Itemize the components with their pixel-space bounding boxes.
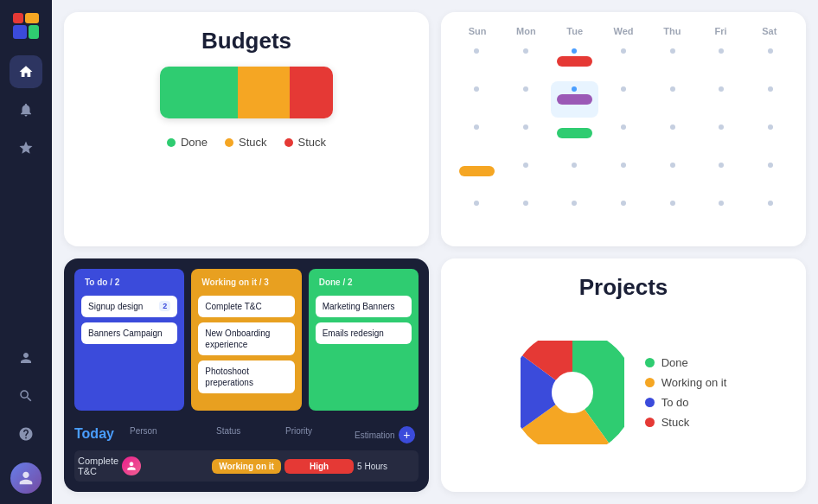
estimation-value: 5 Hours xyxy=(357,462,418,471)
cal-dot xyxy=(768,201,773,206)
kanban-task-onboarding[interactable]: New Onboarding experience xyxy=(198,322,294,355)
cal-dot xyxy=(572,163,577,168)
cal-day-wed: Wed xyxy=(599,22,648,40)
legend-stuck2: Stuck xyxy=(284,136,327,149)
cal-cell-1-6[interactable] xyxy=(746,81,794,118)
person-avatar xyxy=(122,456,141,475)
cal-cell-3-3[interactable] xyxy=(600,157,648,194)
col-header-estimation: Estimation + xyxy=(355,426,415,443)
cal-dot xyxy=(523,163,528,168)
cal-cell-4-0[interactable] xyxy=(453,195,501,232)
cal-cell-4-3[interactable] xyxy=(600,195,648,232)
kanban-task-text-photoshoot: Photoshoot preperations xyxy=(205,366,287,388)
projects-legend: Done Working on it To do Stuck xyxy=(645,356,727,429)
cal-cell-2-2[interactable] xyxy=(551,119,598,156)
cal-cell-2-0[interactable] xyxy=(453,119,501,156)
cal-dot xyxy=(523,48,528,54)
kanban-task-marketing[interactable]: Marketing Banners xyxy=(316,296,412,317)
cal-dot xyxy=(768,124,773,130)
cal-cell-0-2[interactable] xyxy=(551,43,598,80)
pie-chart xyxy=(521,341,624,444)
cal-event-purple xyxy=(557,94,591,105)
add-estimation-button[interactable]: + xyxy=(399,426,415,443)
cal-cell-0-0[interactable] xyxy=(453,43,501,80)
cal-cell-3-1[interactable] xyxy=(502,157,550,194)
cal-cell-4-6[interactable] xyxy=(746,195,794,232)
cal-cell-1-0[interactable] xyxy=(453,81,501,118)
projects-card: Projects Done Working on xyxy=(441,258,806,493)
kanban-col-done: Done / 2 Marketing Banners Emails redesi… xyxy=(309,269,419,411)
sidebar-item-home[interactable] xyxy=(10,55,42,88)
cal-cell-2-6[interactable] xyxy=(746,119,794,156)
kanban-task-emails[interactable]: Emails redesign xyxy=(316,322,412,344)
cal-event-red xyxy=(557,56,591,67)
cal-dot xyxy=(719,201,724,206)
cal-cell-1-3[interactable] xyxy=(600,81,648,118)
cal-dot xyxy=(719,163,724,168)
cal-cell-3-2[interactable] xyxy=(551,157,598,194)
cal-cell-1-1[interactable] xyxy=(502,81,550,118)
kanban-task-photoshoot[interactable]: Photoshoot preperations xyxy=(198,360,294,393)
cal-cell-0-1[interactable] xyxy=(502,43,550,80)
cal-cell-0-5[interactable] xyxy=(698,43,745,80)
sidebar-item-people[interactable] xyxy=(10,341,42,374)
proj-legend-done: Done xyxy=(645,356,727,369)
cal-cell-3-6[interactable] xyxy=(746,157,794,194)
today-title: Today xyxy=(74,426,114,442)
proj-dot-working xyxy=(645,378,655,387)
svg-rect-0 xyxy=(13,13,23,23)
cal-cell-4-2[interactable] xyxy=(551,195,598,232)
svg-rect-1 xyxy=(25,13,39,23)
proj-dot-todo xyxy=(645,398,655,407)
cal-cell-2-3[interactable] xyxy=(600,119,648,156)
cal-cell-1-2[interactable] xyxy=(551,81,598,118)
calendar-card: Sun Mon Tue Wed Thu Fri Sat xyxy=(441,12,806,246)
sidebar-item-favorites[interactable] xyxy=(10,131,42,164)
cal-dot xyxy=(523,86,528,92)
proj-legend-working: Working on it xyxy=(645,376,727,389)
proj-label-stuck: Stuck xyxy=(661,416,690,429)
priority-badge: High xyxy=(284,459,354,474)
cal-dot xyxy=(670,86,675,92)
cal-cell-0-4[interactable] xyxy=(649,43,696,80)
sidebar-item-notifications[interactable] xyxy=(10,93,42,126)
cal-dot xyxy=(670,201,675,206)
kanban-task-tc[interactable]: Complete T&C xyxy=(198,296,294,317)
cal-dot xyxy=(621,124,626,130)
cal-cell-2-5[interactable] xyxy=(698,119,745,156)
cal-cell-1-4[interactable] xyxy=(649,81,696,118)
kanban-task-signup[interactable]: Signup design 2 xyxy=(81,296,177,317)
budget-bar xyxy=(160,67,333,118)
cal-cell-4-1[interactable] xyxy=(502,195,550,232)
cal-cell-0-6[interactable] xyxy=(746,43,794,80)
legend-done: Done xyxy=(167,136,208,149)
cal-cell-4-5[interactable] xyxy=(698,195,745,232)
budget-segment-stuck1 xyxy=(238,67,290,118)
sidebar-item-search[interactable] xyxy=(10,380,42,412)
legend-dot-done xyxy=(167,138,176,147)
proj-label-done: Done xyxy=(661,356,688,369)
cal-day-thu: Thu xyxy=(648,22,696,40)
kanban-col-working-header: Working on it / 3 xyxy=(198,276,294,289)
cal-dot xyxy=(719,124,724,130)
cal-cell-1-5[interactable] xyxy=(698,81,745,118)
cal-cell-2-4[interactable] xyxy=(649,119,696,156)
cal-cell-3-5[interactable] xyxy=(698,157,745,194)
cal-dot-blue xyxy=(572,86,577,92)
kanban-task-banners[interactable]: Banners Campaign xyxy=(81,322,177,344)
svg-rect-2 xyxy=(13,25,27,39)
cal-cell-3-0[interactable] xyxy=(453,157,501,194)
cal-dot xyxy=(670,124,675,130)
cal-cell-3-4[interactable] xyxy=(649,157,696,194)
sidebar-item-help[interactable] xyxy=(10,418,42,450)
cal-cell-2-1[interactable] xyxy=(502,119,550,156)
cal-event-green xyxy=(557,128,591,138)
cal-cell-0-3[interactable] xyxy=(600,43,648,80)
cal-dot xyxy=(474,86,479,92)
user-avatar[interactable] xyxy=(10,463,42,494)
cal-cell-4-4[interactable] xyxy=(649,195,696,232)
legend-label-done: Done xyxy=(181,136,208,149)
kanban-col-todo-header: To do / 2 xyxy=(81,276,177,289)
cal-dot xyxy=(523,124,528,130)
cal-dot xyxy=(474,201,479,206)
